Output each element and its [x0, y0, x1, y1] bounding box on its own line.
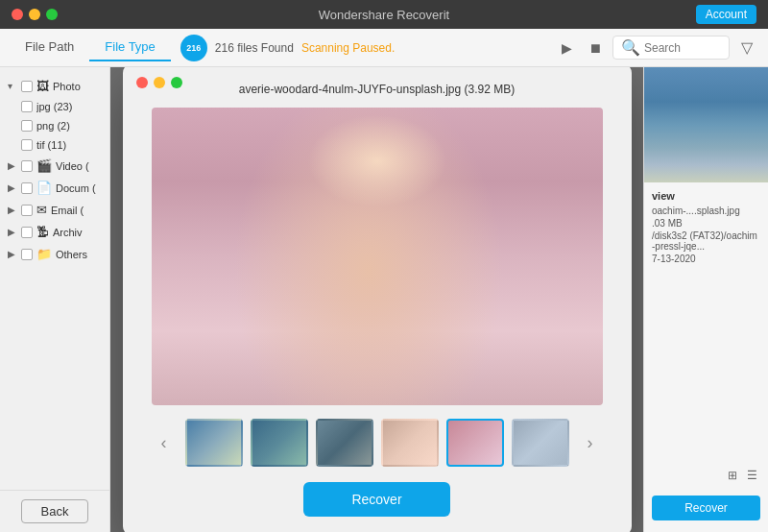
- search-icon: 🔍: [621, 38, 640, 57]
- view-toggle: ⊞ ☰: [724, 467, 760, 484]
- doc-expand-icon: ▶: [8, 182, 17, 193]
- preview-dialog: averie-woodard-4nulm-JUYFo-unsplash.jpg …: [123, 67, 632, 532]
- sidebar-item-archive[interactable]: ▶ 🗜 Archiv: [0, 221, 109, 243]
- others-icon: 📁: [36, 247, 52, 261]
- minimize-button[interactable]: [29, 9, 40, 20]
- png-checkbox[interactable]: [21, 120, 33, 132]
- search-box[interactable]: 🔍: [612, 36, 730, 60]
- preview-recover-button[interactable]: Recover: [303, 482, 449, 517]
- right-panel: view oachim-....splash.jpg .03 MB /disk3…: [643, 67, 768, 532]
- preview-main-image: [152, 108, 603, 405]
- toolbar: File Path File Type 216 216 files Found …: [0, 29, 768, 67]
- photos-icon: 🖼: [36, 79, 49, 93]
- others-checkbox[interactable]: [21, 249, 33, 260]
- right-panel-filesize: .03 MB: [652, 218, 760, 229]
- tif-label: tif (11): [36, 139, 66, 151]
- sidebar-item-photos[interactable]: ▾ 🖼 Photo: [0, 75, 109, 97]
- sidebar-item-email[interactable]: ▶ ✉ Email (: [0, 199, 109, 221]
- maximize-button[interactable]: [46, 9, 58, 20]
- archive-expand-icon: ▶: [8, 227, 17, 237]
- play-icon[interactable]: ▶: [555, 36, 578, 60]
- sidebar-item-others[interactable]: ▶ 📁 Others: [0, 243, 109, 265]
- list-view-btn[interactable]: ☰: [743, 467, 760, 484]
- right-panel-info: view oachim-....splash.jpg .03 MB /disk3…: [644, 182, 768, 274]
- thumbnail-2[interactable]: [251, 419, 308, 467]
- thumbnail-6[interactable]: [512, 419, 569, 467]
- right-panel-landscape-photo: [644, 67, 768, 182]
- video-checkbox[interactable]: [21, 160, 33, 172]
- filter-icon[interactable]: ▽: [735, 36, 758, 60]
- search-input[interactable]: [644, 41, 721, 55]
- email-checkbox[interactable]: [21, 205, 33, 216]
- video-expand-icon: ▶: [8, 160, 17, 171]
- doc-label: Docum (: [56, 182, 96, 194]
- sidebar-item-jpg[interactable]: jpg (23): [0, 97, 109, 116]
- jpg-checkbox[interactable]: [21, 101, 33, 112]
- sidebar-bottom: Back: [0, 490, 110, 532]
- jpg-label: jpg (23): [36, 101, 72, 112]
- doc-checkbox[interactable]: [21, 182, 33, 194]
- tab-filepath[interactable]: File Path: [10, 34, 89, 61]
- right-panel-path: /disk3s2 (FAT32)/oachim-pressl-jqe...: [652, 230, 760, 252]
- right-panel-recover-button[interactable]: Recover: [652, 496, 760, 520]
- email-icon: ✉: [36, 203, 47, 217]
- photos-checkbox[interactable]: [21, 81, 33, 92]
- others-expand-icon: ▶: [8, 249, 17, 259]
- toolbar-status: 216 216 files Found Scanning Paused.: [180, 35, 395, 61]
- sidebar-item-video[interactable]: ▶ 🎬 Video (: [0, 155, 109, 177]
- email-label: Email (: [51, 205, 84, 216]
- doc-icon: 📄: [36, 181, 52, 195]
- tab-filetype[interactable]: File Type: [89, 34, 171, 61]
- sidebar: ▾ 🖼 Photo jpg (23) png (2) tif (11) ▶ 🎬 …: [0, 67, 110, 532]
- dialog-min-btn[interactable]: [154, 77, 165, 88]
- email-expand-icon: ▶: [8, 205, 17, 215]
- right-panel-filename: oachim-....splash.jpg: [652, 206, 760, 216]
- stop-icon[interactable]: ⏹: [584, 36, 607, 60]
- dialog-close-btn[interactable]: [136, 77, 148, 88]
- prev-arrow-btn[interactable]: ‹: [151, 429, 178, 456]
- dialog-max-btn[interactable]: [171, 77, 182, 88]
- account-button[interactable]: Account: [696, 5, 756, 24]
- right-panel-image: [644, 67, 768, 182]
- files-found-text: 216 files Found: [215, 41, 294, 55]
- thumbnail-1[interactable]: [185, 419, 243, 467]
- thumbnail-5[interactable]: [446, 419, 504, 467]
- tif-checkbox[interactable]: [21, 139, 33, 151]
- video-label: Video (: [56, 160, 89, 172]
- dialog-controls: [136, 77, 182, 88]
- grid-view-btn[interactable]: ⊞: [724, 467, 741, 484]
- archive-checkbox[interactable]: [21, 227, 33, 238]
- thumbnail-3[interactable]: [316, 419, 373, 467]
- preview-thumbnails: ‹ ›: [151, 419, 604, 467]
- thumbnail-4[interactable]: [381, 419, 439, 467]
- preview-modal: averie-woodard-4nulm-JUYFo-unsplash.jpg …: [110, 67, 643, 532]
- next-arrow-btn[interactable]: ›: [577, 429, 604, 456]
- main-layout: ▾ 🖼 Photo jpg (23) png (2) tif (11) ▶ 🎬 …: [0, 67, 768, 532]
- titlebar: Wondershare Recoverit Account: [0, 0, 768, 29]
- app-title: Wondershare Recoverit: [319, 8, 449, 22]
- video-icon: 🎬: [36, 158, 52, 173]
- toolbar-icons: ▶ ⏹ 🔍 ▽: [555, 36, 758, 60]
- preview-section-label: view: [652, 190, 760, 202]
- archive-label: Archiv: [53, 227, 83, 238]
- close-button[interactable]: [12, 9, 23, 20]
- sidebar-item-tif[interactable]: tif (11): [0, 135, 109, 155]
- content-area: averie-woodard-4nulm-JUYFo-unsplash.jpg …: [110, 67, 643, 532]
- right-panel-date: 7-13-2020: [652, 254, 760, 264]
- files-count-badge: 216: [180, 35, 207, 61]
- sidebar-item-png[interactable]: png (2): [0, 116, 109, 135]
- back-button[interactable]: Back: [21, 499, 89, 523]
- photos-label: Photo: [53, 81, 81, 92]
- sidebar-item-document[interactable]: ▶ 📄 Docum (: [0, 177, 109, 199]
- archive-icon: 🗜: [36, 225, 49, 239]
- scanning-status: Scanning Paused.: [301, 41, 395, 55]
- preview-image-title: averie-woodard-4nulm-JUYFo-unsplash.jpg …: [239, 83, 515, 96]
- window-controls: [12, 9, 58, 20]
- others-label: Others: [56, 249, 87, 260]
- files-count-number: 216: [186, 43, 201, 53]
- png-label: png (2): [36, 120, 70, 132]
- girl-photo: [152, 108, 603, 405]
- expand-icon: ▾: [8, 81, 17, 91]
